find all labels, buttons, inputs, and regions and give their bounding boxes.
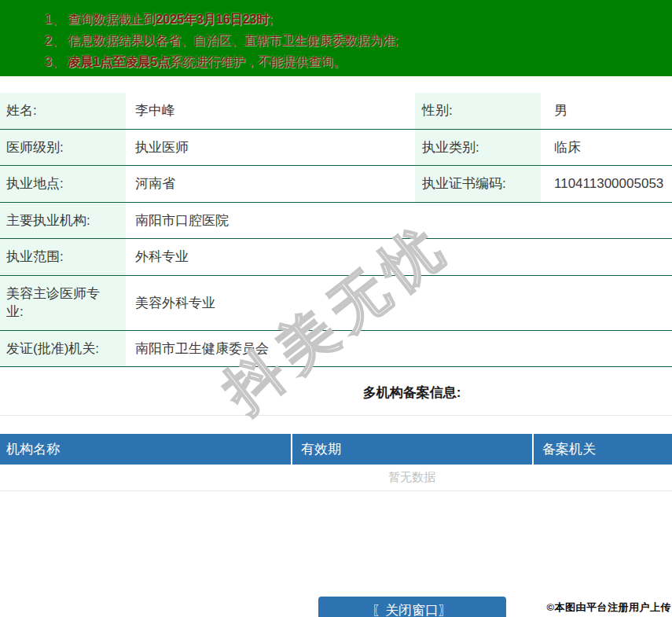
practice-type-label: 执业类别:: [415, 130, 541, 166]
main-institution-value: 南阳市口腔医院: [126, 203, 672, 239]
section-title: 多机构备案信息:: [0, 367, 672, 416]
table-row: 执业地点: 河南省 执业证书编码: 110411300005053: [0, 166, 672, 203]
notice-3-text: 3、: [45, 55, 68, 68]
doctor-level-value: 执业医师: [126, 130, 415, 166]
doctor-level-label: 医师级别:: [0, 130, 126, 166]
main-institution-label: 主要执业机构:: [0, 203, 126, 239]
issuing-authority-value: 南阳市卫生健康委员会: [126, 331, 672, 367]
cosmetic-specialty-label: 美容主诊医师专业:: [0, 276, 126, 330]
notice-2-text: 2、 信息数据结果以各省、自治区、直辖市卫生健康委数据为准;: [45, 34, 398, 47]
notice-3-bold: 凌晨1点至凌晨5点: [68, 55, 170, 68]
close-window-button[interactable]: 〖关闭窗口〗: [318, 597, 506, 617]
notice-3-tail: 系统进行维护，不能提供查询。: [170, 55, 346, 68]
practice-place-label: 执业地点:: [0, 166, 126, 202]
practice-scope-value: 外科专业: [126, 239, 672, 275]
gender-value: 男: [541, 93, 672, 129]
practitioner-info-table: 姓名: 李中峰 性别: 男 医师级别: 执业医师 执业类别: 临床 执业地点: …: [0, 93, 672, 367]
column-header-institution: 机构名称: [0, 434, 291, 465]
practice-type-value: 临床: [541, 130, 672, 166]
practice-scope-label: 执业范围:: [0, 239, 126, 275]
table-row: 姓名: 李中峰 性别: 男: [0, 93, 672, 130]
certificate-no-label: 执业证书编码:: [415, 166, 541, 202]
issuing-authority-label: 发证(批准)机关:: [0, 331, 126, 367]
notice-1-text: 1、 查询数据截止到: [45, 13, 156, 26]
notice-line-1: 1、 查询数据截止到2025年3月16日23时;: [45, 9, 672, 30]
column-header-validity: 有效期: [292, 434, 532, 465]
notice-1-bold: 2025年3月16日23时: [156, 13, 269, 26]
table-row: 执业范围: 外科专业: [0, 239, 672, 276]
certificate-no-value: 110411300005053: [541, 166, 672, 202]
empty-data-text: 暂无数据: [0, 465, 672, 491]
table-row: 主要执业机构: 南阳市口腔医院: [0, 203, 672, 240]
cosmetic-specialty-value: 美容外科专业: [126, 276, 672, 330]
notice-line-2: 2、 信息数据结果以各省、自治区、直辖市卫生健康委数据为准;: [45, 30, 672, 51]
notice-line-3: 3、 凌晨1点至凌晨5点系统进行维护，不能提供查询。: [45, 51, 672, 72]
record-table-header: 机构名称 有效期 备案机关: [0, 434, 672, 465]
copyright-overlay: ©本图由平台注册用户上传: [546, 600, 671, 615]
table-row: 医师级别: 执业医师 执业类别: 临床: [0, 130, 672, 167]
practice-place-value: 河南省: [126, 166, 415, 202]
name-value: 李中峰: [126, 93, 415, 129]
multi-institution-section: 多机构备案信息: 机构名称 有效期 备案机关 暂无数据 〖关闭窗口〗: [0, 367, 672, 617]
table-row: 美容主诊医师专业: 美容外科专业: [0, 276, 672, 331]
column-header-authority: 备案机关: [534, 434, 672, 465]
notice-banner: 1、 查询数据截止到2025年3月16日23时; 2、 信息数据结果以各省、自治…: [0, 0, 672, 76]
name-label: 姓名:: [0, 93, 126, 129]
table-row: 发证(批准)机关: 南阳市卫生健康委员会: [0, 331, 672, 368]
notice-1-tail: ;: [269, 13, 272, 26]
gender-label: 性别:: [415, 93, 541, 129]
